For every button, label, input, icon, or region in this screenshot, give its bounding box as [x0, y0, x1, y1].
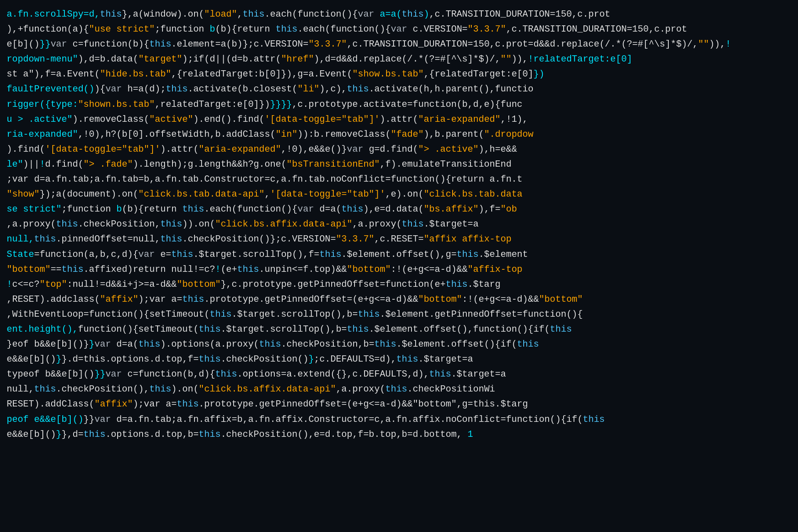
code-line: "show"});a(document).on("click.bs.tab.da… [7, 187, 791, 202]
code-line: faultPrevented()){var h=a(d);this.activa… [7, 82, 791, 96]
code-line: ,WithEventLoop=function(){setTimeout(thi… [7, 308, 791, 322]
code-line: rigger({type:"shown.bs.tab",relatedTarge… [7, 98, 791, 112]
code-line: RESET).addClass("affix");var a=this.prot… [7, 397, 791, 411]
code-line: ),+function(a){"use strict";function b(b… [7, 22, 791, 37]
code-line: null,this.checkPosition(),this).on("clic… [7, 382, 791, 397]
code-line: "bottom"==this.affixed)return null!=c?!(… [7, 263, 791, 277]
code-line: !c<=c?"top":null!=d&&i+j>=a-d&&"bottom"}… [7, 278, 791, 292]
code-line: ria-expanded",!0),h?(b[0].offsetWidth,b.… [7, 128, 791, 142]
code-line: ,a.proxy(this.checkPosition,this)).on("c… [7, 217, 791, 232]
code-line: le")||!d.find("> .fade").length);g.lengt… [7, 158, 791, 172]
code-line: se strict";function b(b){return this.eac… [7, 202, 791, 217]
code-line: null,this.pinnedOffset=null,this.checkPo… [7, 232, 791, 246]
code-line: typeof b&&e[b]()}}var c=function(b,d){th… [7, 367, 791, 382]
code-line: ,RESET).addclass("affix");var a=this.pro… [7, 293, 791, 307]
code-line: ropdown-menu"),d=b.data("target");if(d||… [7, 52, 791, 66]
code-line: a.fn.scrollSpy=d,this},a(window).on("loa… [7, 7, 791, 22]
code-line: ent.height(),function(){setTimeout(this.… [7, 323, 791, 337]
code-line: peof e&&e[b]()}}var d=a.fn.tab;a.fn.affi… [7, 413, 791, 427]
code-line: ).find('[data-toggle="tab"]').attr("aria… [7, 143, 791, 157]
code-display: a.fn.scrollSpy=d,this},a(window).on("loa… [0, 4, 798, 528]
code-line: st a"),f=a.Event("hide.bs.tab",{relatedT… [7, 67, 791, 81]
code-line: e&&e[b]()}},d=this.options.d.top,b=this.… [7, 428, 791, 442]
code-line: }eof b&&e[b]()}}var d=a(this).options(a.… [7, 337, 791, 352]
code-line: State=function(a,b,c,d){var e=this.$targ… [7, 248, 791, 262]
code-line: e[b]()}}var c=function(b){this.element=a… [7, 37, 791, 52]
code-line: u > .active").removeClass("active").end(… [7, 113, 791, 127]
code-line: e&&e[b]()}}.d=this.options.d.top,f=this.… [7, 352, 791, 367]
code-line: ;var d=a.fn.tab;a.fn.tab=b,a.fn.tab.Cons… [7, 172, 791, 187]
